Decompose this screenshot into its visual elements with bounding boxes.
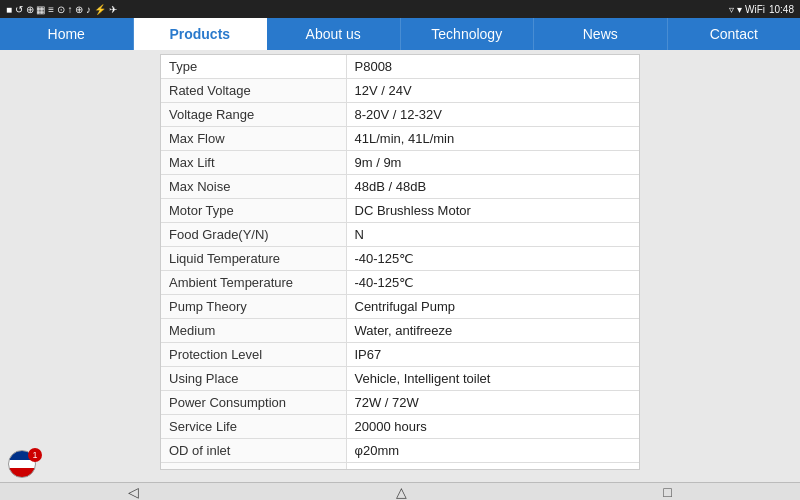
- nav-news[interactable]: News: [534, 18, 668, 50]
- row-value: 41L/min, 41L/min: [346, 127, 639, 151]
- table-row: Max Noise48dB / 48dB: [161, 175, 639, 199]
- row-value: 72W / 72W: [346, 391, 639, 415]
- table-row: Max Lift9m / 9m: [161, 151, 639, 175]
- table-row: MediumWater, antifreeze: [161, 319, 639, 343]
- nav-bar: Home Products About us Technology News C…: [0, 18, 800, 50]
- row-value: DC Brushless Motor: [346, 199, 639, 223]
- bottom-nav: ◁ △ □: [0, 482, 800, 500]
- row-label: Service Life: [161, 415, 346, 439]
- row-value: -40-125℃: [346, 247, 639, 271]
- row-label: OD of Outlet: [161, 463, 346, 471]
- row-label: Motor Type: [161, 199, 346, 223]
- row-label: Voltage Range: [161, 103, 346, 127]
- table-row: Max Flow41L/min, 41L/min: [161, 127, 639, 151]
- table-row: Liquid Temperature-40-125℃: [161, 247, 639, 271]
- table-row: OD of Outletφ20mm: [161, 463, 639, 471]
- row-value: 48dB / 48dB: [346, 175, 639, 199]
- row-value: 20000 hours: [346, 415, 639, 439]
- row-label: Liquid Temperature: [161, 247, 346, 271]
- time-display: 10:48: [769, 4, 794, 15]
- nav-home[interactable]: Home: [0, 18, 134, 50]
- row-value: N: [346, 223, 639, 247]
- row-label: Rated Voltage: [161, 79, 346, 103]
- main-content: TypeP8008Rated Voltage12V / 24VVoltage R…: [0, 50, 800, 482]
- row-label: Max Noise: [161, 175, 346, 199]
- table-row: Ambient Temperature-40-125℃: [161, 271, 639, 295]
- row-value: φ20mm: [346, 439, 639, 463]
- type-label: Type: [161, 55, 346, 79]
- row-value: IP67: [346, 343, 639, 367]
- type-value: P8008: [346, 55, 639, 79]
- row-label: Max Lift: [161, 151, 346, 175]
- row-label: Using Place: [161, 367, 346, 391]
- table-row: Service Life20000 hours: [161, 415, 639, 439]
- row-label: Medium: [161, 319, 346, 343]
- row-label: Pump Theory: [161, 295, 346, 319]
- row-value: 12V / 24V: [346, 79, 639, 103]
- table-row: Motor TypeDC Brushless Motor: [161, 199, 639, 223]
- recent-apps-button[interactable]: □: [633, 484, 701, 500]
- row-label: OD of inlet: [161, 439, 346, 463]
- wifi-icon: ▿ ▾ WiFi: [729, 4, 765, 15]
- product-table-container[interactable]: TypeP8008Rated Voltage12V / 24VVoltage R…: [160, 54, 640, 470]
- row-label: Food Grade(Y/N): [161, 223, 346, 247]
- row-value: Vehicle, Intelligent toilet: [346, 367, 639, 391]
- row-value: Water, antifreeze: [346, 319, 639, 343]
- nav-contact[interactable]: Contact: [668, 18, 801, 50]
- table-row-type: TypeP8008: [161, 55, 639, 79]
- row-label: Ambient Temperature: [161, 271, 346, 295]
- row-value: Centrifugal Pump: [346, 295, 639, 319]
- table-row: Pump TheoryCentrifugal Pump: [161, 295, 639, 319]
- table-row: Protection LevelIP67: [161, 343, 639, 367]
- table-row: Using PlaceVehicle, Intelligent toilet: [161, 367, 639, 391]
- status-icons: ■ ↺ ⊕ ▦ ≡ ⊙ ↑ ⊕ ♪ ⚡ ✈: [6, 4, 117, 15]
- product-specs-table: TypeP8008Rated Voltage12V / 24VVoltage R…: [161, 55, 639, 470]
- nav-products[interactable]: Products: [134, 18, 268, 50]
- row-value: 8-20V / 12-32V: [346, 103, 639, 127]
- table-row: Food Grade(Y/N)N: [161, 223, 639, 247]
- table-row: Power Consumption72W / 72W: [161, 391, 639, 415]
- nav-technology[interactable]: Technology: [401, 18, 535, 50]
- row-value: 9m / 9m: [346, 151, 639, 175]
- status-bar: ■ ↺ ⊕ ▦ ≡ ⊙ ↑ ⊕ ♪ ⚡ ✈ ▿ ▾ WiFi 10:48: [0, 0, 800, 18]
- flag-badge: 1: [28, 448, 42, 462]
- row-value: φ20mm: [346, 463, 639, 471]
- status-left-icons: ■ ↺ ⊕ ▦ ≡ ⊙ ↑ ⊕ ♪ ⚡ ✈: [6, 4, 117, 15]
- back-button[interactable]: ◁: [98, 484, 169, 500]
- nav-about[interactable]: About us: [267, 18, 401, 50]
- row-label: Max Flow: [161, 127, 346, 151]
- row-value: -40-125℃: [346, 271, 639, 295]
- home-button[interactable]: △: [366, 484, 437, 500]
- status-right-icons: ▿ ▾ WiFi 10:48: [729, 4, 794, 15]
- row-label: Protection Level: [161, 343, 346, 367]
- row-label: Power Consumption: [161, 391, 346, 415]
- table-row: Rated Voltage12V / 24V: [161, 79, 639, 103]
- table-row: OD of inletφ20mm: [161, 439, 639, 463]
- table-row: Voltage Range8-20V / 12-32V: [161, 103, 639, 127]
